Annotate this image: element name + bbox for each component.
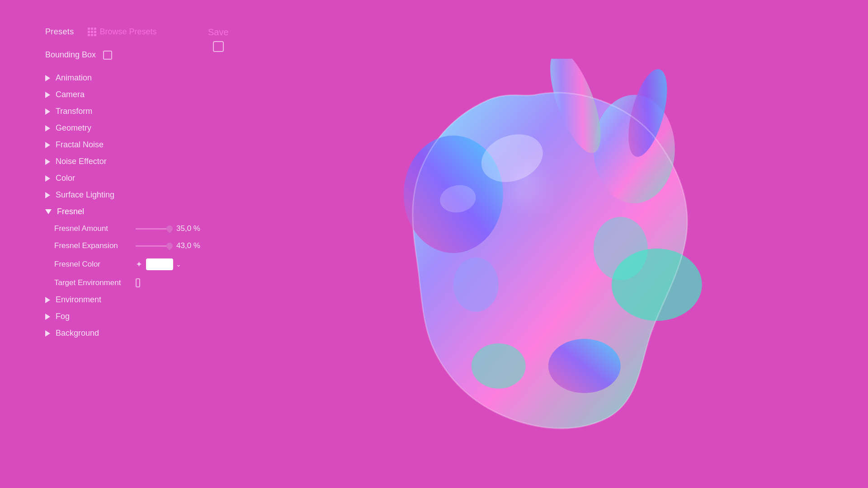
sidebar-item-fractal-noise[interactable]: Fractal Noise bbox=[45, 136, 140, 153]
triangle-down-icon bbox=[45, 209, 52, 214]
3d-blob bbox=[340, 59, 729, 429]
fresnel-section: Fresnel Amount 35,0 % Fresnel Expansion … bbox=[45, 220, 140, 291]
sidebar-item-label: Animation bbox=[56, 73, 92, 83]
triangle-right-icon bbox=[45, 125, 50, 131]
fresnel-amount-row: Fresnel Amount 35,0 % bbox=[54, 220, 140, 237]
triangle-right-icon bbox=[45, 330, 50, 337]
svg-point-3 bbox=[548, 339, 620, 393]
sidebar-item-transform[interactable]: Transform bbox=[45, 103, 140, 120]
target-environment-label: Target Environment bbox=[54, 278, 136, 287]
browse-presets-label: Browse Presets bbox=[100, 27, 157, 37]
sidebar-item-label: Transform bbox=[56, 107, 92, 116]
sidebar-item-environment[interactable]: Environment bbox=[45, 291, 140, 308]
sidebar-item-label: Noise Effector bbox=[56, 157, 107, 166]
sidebar-item-fog[interactable]: Fog bbox=[45, 308, 140, 325]
fresnel-expansion-row: Fresnel Expansion 43,0 % bbox=[54, 237, 140, 254]
sidebar-item-surface-lighting[interactable]: Surface Lighting bbox=[45, 187, 140, 203]
fresnel-color-swatch-container: ⌄ bbox=[146, 258, 181, 270]
sidebar-item-fresnel[interactable]: Fresnel bbox=[45, 203, 140, 220]
triangle-right-icon bbox=[45, 314, 50, 320]
sidebar-item-label: Environment bbox=[56, 295, 101, 305]
target-environment-checkbox[interactable] bbox=[136, 278, 140, 287]
triangle-right-icon bbox=[45, 75, 50, 81]
triangle-right-icon bbox=[45, 92, 50, 98]
sidebar-item-label: Camera bbox=[56, 90, 85, 99]
triangle-right-icon bbox=[45, 192, 50, 198]
sidebar: Presets Browse Presets Bounding Box Anim… bbox=[0, 0, 140, 488]
fresnel-amount-value: 35,0 % bbox=[176, 224, 208, 233]
svg-point-8 bbox=[593, 217, 647, 280]
sidebar-item-color[interactable]: Color bbox=[45, 170, 140, 187]
svg-point-9 bbox=[453, 258, 498, 312]
svg-point-4 bbox=[471, 343, 525, 389]
fresnel-color-swatch[interactable] bbox=[146, 258, 173, 270]
sidebar-item-label: Background bbox=[56, 328, 99, 338]
sidebar-item-label: Geometry bbox=[56, 123, 91, 133]
save-area: Save bbox=[208, 27, 229, 52]
chevron-down-icon[interactable]: ⌄ bbox=[176, 261, 181, 268]
sidebar-item-label: Fresnel bbox=[57, 207, 84, 216]
fresnel-color-label: Fresnel Color bbox=[54, 260, 136, 269]
fresnel-color-row: Fresnel Color ✦ ⌄ bbox=[54, 254, 140, 274]
save-button[interactable]: Save bbox=[208, 27, 229, 38]
grid-icon bbox=[88, 28, 96, 36]
sidebar-item-animation[interactable]: Animation bbox=[45, 70, 140, 86]
triangle-right-icon bbox=[45, 108, 50, 115]
sidebar-item-label: Color bbox=[56, 174, 75, 183]
sidebar-item-camera[interactable]: Camera bbox=[45, 86, 140, 103]
sidebar-item-label: Fractal Noise bbox=[56, 140, 104, 150]
bounding-box-row: Bounding Box bbox=[45, 50, 140, 60]
fresnel-expansion-label: Fresnel Expansion bbox=[54, 241, 136, 250]
sidebar-top-row: Presets Browse Presets bbox=[45, 27, 140, 37]
fresnel-expansion-slider[interactable] bbox=[136, 245, 172, 247]
triangle-right-icon bbox=[45, 175, 50, 182]
sidebar-item-geometry[interactable]: Geometry bbox=[45, 120, 140, 136]
browse-presets-button[interactable]: Browse Presets bbox=[88, 27, 157, 37]
fresnel-amount-label: Fresnel Amount bbox=[54, 224, 136, 233]
fresnel-amount-slider[interactable] bbox=[136, 228, 172, 230]
presets-label: Presets bbox=[45, 27, 74, 37]
target-environment-row: Target Environment bbox=[54, 274, 140, 291]
bounding-box-label: Bounding Box bbox=[45, 50, 96, 60]
sidebar-item-noise-effector[interactable]: Noise Effector bbox=[45, 153, 140, 170]
save-checkbox[interactable] bbox=[213, 41, 224, 52]
sidebar-item-label: Fog bbox=[56, 312, 70, 321]
bounding-box-checkbox[interactable] bbox=[103, 51, 112, 60]
triangle-right-icon bbox=[45, 297, 50, 303]
triangle-right-icon bbox=[45, 159, 50, 165]
triangle-right-icon bbox=[45, 142, 50, 148]
fresnel-expansion-value: 43,0 % bbox=[176, 241, 208, 250]
sidebar-item-label: Surface Lighting bbox=[56, 190, 114, 200]
eyedropper-icon[interactable]: ✦ bbox=[136, 259, 142, 269]
sidebar-item-background[interactable]: Background bbox=[45, 325, 140, 342]
